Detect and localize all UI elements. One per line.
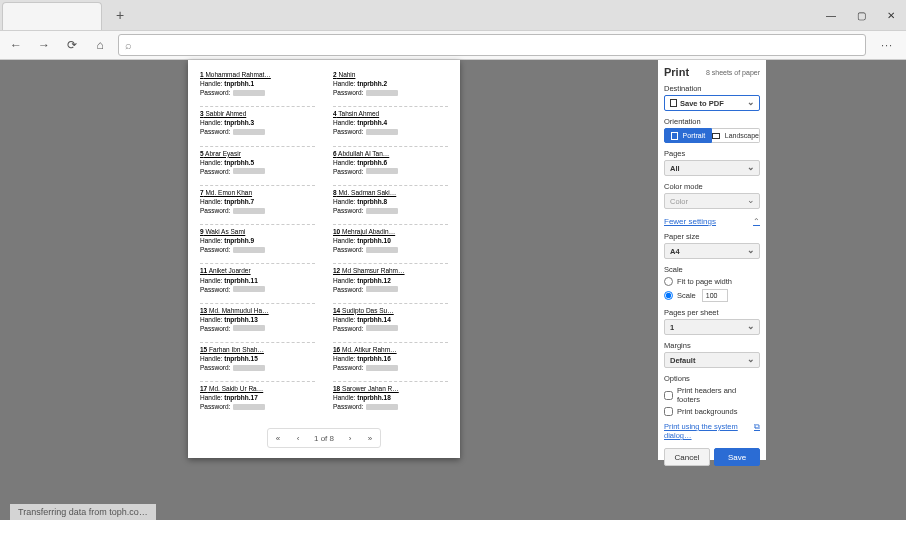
scale-input[interactable]: 100	[702, 289, 728, 302]
landscape-icon	[712, 133, 720, 139]
blurred-password	[233, 404, 265, 410]
forward-button[interactable]: →	[34, 35, 54, 55]
entry-name: 6 Abdullah Al Tan…	[333, 149, 448, 158]
blurred-password	[233, 168, 265, 174]
preview-pager: « ‹ 1 of 8 › »	[267, 428, 381, 448]
entry-name: 8 Md. Sadman Saki…	[333, 188, 448, 197]
address-bar[interactable]: ⌕	[118, 34, 866, 56]
entry-handle: Handle: tnprbhh.1	[200, 79, 315, 88]
entry-name: 3 Sabbir Ahmed	[200, 109, 315, 118]
blurred-password	[366, 404, 398, 410]
blurred-password	[366, 365, 398, 371]
entry-handle: Handle: tnprbhh.12	[333, 276, 448, 285]
system-dialog-link[interactable]: Print using the system dialog…⧉	[664, 422, 760, 440]
minimize-button[interactable]: —	[816, 0, 846, 30]
blurred-password	[233, 325, 265, 331]
blurred-password	[366, 129, 398, 135]
pdf-icon	[670, 99, 677, 107]
portrait-button[interactable]: Portrait	[664, 128, 712, 143]
entry-name: 15 Farhan Ibn Shah…	[200, 345, 315, 354]
entry-handle: Handle: tnprbhh.17	[200, 393, 315, 402]
margins-label: Margins	[664, 341, 760, 350]
pages-select[interactable]: All	[664, 160, 760, 176]
options-label: Options	[664, 374, 760, 383]
blurred-password	[366, 286, 398, 292]
fewer-settings-toggle[interactable]: Fewer settings⌃	[664, 217, 760, 226]
scale-label: Scale	[664, 265, 760, 274]
pager-text: 1 of 8	[308, 434, 340, 443]
entry-password: Password:	[333, 206, 448, 215]
entry-handle: Handle: tnprbhh.10	[333, 236, 448, 245]
new-tab-button[interactable]: +	[106, 1, 134, 29]
pages-per-sheet-select[interactable]: 1	[664, 319, 760, 335]
entry-name: 16 Md. Atikur Rahm…	[333, 345, 448, 354]
paper-size-select[interactable]: A4	[664, 243, 760, 259]
color-mode-select[interactable]: Color	[664, 193, 760, 209]
pager-first[interactable]: «	[268, 434, 288, 443]
pager-next[interactable]: ›	[340, 434, 360, 443]
landscape-button[interactable]: Landscape	[712, 128, 760, 143]
color-mode-label: Color mode	[664, 182, 760, 191]
entry-password: Password:	[333, 324, 448, 333]
chevron-up-icon: ⌃	[753, 217, 760, 226]
refresh-button[interactable]: ⟳	[62, 35, 82, 55]
browser-tab[interactable]	[2, 2, 102, 30]
entry-password: Password:	[333, 88, 448, 97]
credential-entry: 7 Md. Emon KhanHandle: tnprbhh.7Password…	[200, 188, 315, 215]
credential-entry: 1 Mohammad Rahmat…Handle: tnprbhh.1Passw…	[200, 70, 315, 97]
destination-select[interactable]: Save to PDF	[664, 95, 760, 111]
blurred-password	[366, 208, 398, 214]
window-titlebar: + — ▢ ✕	[0, 0, 906, 30]
preview-page: 1 Mohammad Rahmat…Handle: tnprbhh.1Passw…	[188, 60, 460, 458]
entry-name: 13 Md. Mahmudul Ha…	[200, 306, 315, 315]
entry-name: 12 Md Shamsur Rahm…	[333, 266, 448, 275]
entry-handle: Handle: tnprbhh.9	[200, 236, 315, 245]
print-title: Print	[664, 66, 689, 78]
portrait-icon	[671, 132, 678, 140]
entry-handle: Handle: tnprbhh.2	[333, 79, 448, 88]
entry-handle: Handle: tnprbhh.3	[200, 118, 315, 127]
external-icon: ⧉	[754, 422, 760, 440]
scale-radio[interactable]: Scale100	[664, 289, 760, 302]
cancel-button[interactable]: Cancel	[664, 448, 710, 466]
entry-password: Password:	[333, 127, 448, 136]
headers-checkbox[interactable]: Print headers and footers	[664, 386, 760, 404]
pager-prev[interactable]: ‹	[288, 434, 308, 443]
pages-label: Pages	[664, 149, 760, 158]
fit-width-radio[interactable]: Fit to page width	[664, 277, 760, 286]
more-button[interactable]: ···	[874, 39, 900, 51]
home-button[interactable]: ⌂	[90, 35, 110, 55]
blurred-password	[233, 129, 265, 135]
entry-name: 14 Sudipto Das Su…	[333, 306, 448, 315]
credential-entry: 14 Sudipto Das Su…Handle: tnprbhh.14Pass…	[333, 306, 448, 333]
maximize-button[interactable]: ▢	[846, 0, 876, 30]
entry-name: 9 Waki As Sami	[200, 227, 315, 236]
credential-entry: 6 Abdullah Al Tan…Handle: tnprbhh.6Passw…	[333, 149, 448, 176]
blurred-password	[366, 90, 398, 96]
entry-name: 5 Abrar Eyasir	[200, 149, 315, 158]
entry-name: 7 Md. Emon Khan	[200, 188, 315, 197]
credential-entry: 2 NahinHandle: tnprbhh.2Password:	[333, 70, 448, 97]
close-button[interactable]: ✕	[876, 0, 906, 30]
save-button[interactable]: Save	[714, 448, 760, 466]
pager-last[interactable]: »	[360, 434, 380, 443]
credential-entry: 13 Md. Mahmudul Ha…Handle: tnprbhh.13Pas…	[200, 306, 315, 333]
credential-entry: 11 Aniket JoarderHandle: tnprbhh.11Passw…	[200, 266, 315, 293]
entry-handle: Handle: tnprbhh.18	[333, 393, 448, 402]
blurred-password	[233, 286, 265, 292]
credential-entry: 18 Sarower Jahan R…Handle: tnprbhh.18Pas…	[333, 384, 448, 411]
entry-handle: Handle: tnprbhh.16	[333, 354, 448, 363]
back-button[interactable]: ←	[6, 35, 26, 55]
entry-handle: Handle: tnprbhh.7	[200, 197, 315, 206]
orientation-label: Orientation	[664, 117, 760, 126]
browser-toolbar: ← → ⟳ ⌂ ⌕ ···	[0, 30, 906, 60]
paper-size-label: Paper size	[664, 232, 760, 241]
entry-handle: Handle: tnprbhh.4	[333, 118, 448, 127]
margins-select[interactable]: Default	[664, 352, 760, 368]
search-icon: ⌕	[125, 39, 132, 51]
backgrounds-checkbox[interactable]: Print backgrounds	[664, 407, 760, 416]
entry-handle: Handle: tnprbhh.11	[200, 276, 315, 285]
entry-password: Password:	[200, 206, 315, 215]
credential-entry: 8 Md. Sadman Saki…Handle: tnprbhh.8Passw…	[333, 188, 448, 215]
entry-name: 17 Md. Sakib Ur Ra…	[200, 384, 315, 393]
